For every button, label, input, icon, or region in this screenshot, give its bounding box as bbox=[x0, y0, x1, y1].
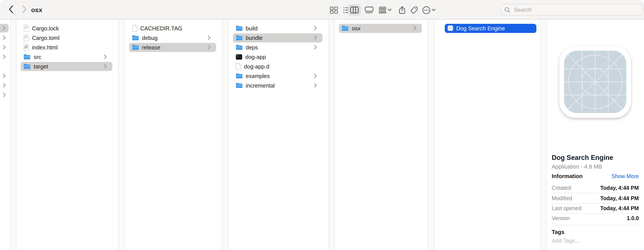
tag-icon bbox=[410, 6, 418, 14]
info-label: Modified bbox=[552, 195, 572, 201]
file-row[interactable]: src bbox=[16, 52, 118, 62]
chevron-right-icon bbox=[208, 35, 216, 40]
finder-window: osx Cargo.lockCargo.tomlindex.htmlsrctar… bbox=[0, 0, 644, 250]
chevron-right-icon bbox=[1, 73, 6, 78]
tag-button[interactable] bbox=[410, 4, 418, 16]
doc-blank-icon bbox=[132, 25, 137, 32]
file-row[interactable]: bundle bbox=[228, 33, 328, 43]
information-heading: Information bbox=[552, 173, 583, 179]
preview-subtitle: Application - 4.8 MB bbox=[552, 163, 602, 170]
file-name: osx bbox=[352, 25, 360, 31]
chevron-right-icon bbox=[314, 83, 323, 88]
column-view-icon bbox=[350, 7, 359, 14]
tags-heading: Tags bbox=[552, 229, 564, 235]
info-row: Version1.0.0 bbox=[552, 214, 639, 223]
folder-icon bbox=[132, 44, 139, 50]
column-divider bbox=[10, 20, 16, 250]
add-tags-field[interactable]: Add Tags... bbox=[552, 237, 580, 244]
parent-row[interactable] bbox=[0, 33, 10, 43]
file-row[interactable]: CACHEDIR.TAG bbox=[125, 23, 222, 33]
file-row[interactable]: examples bbox=[228, 71, 328, 81]
parent-column-strip bbox=[0, 20, 10, 250]
info-label: Created bbox=[552, 185, 571, 191]
file-row[interactable]: incremental bbox=[228, 81, 328, 90]
parent-row[interactable] bbox=[0, 71, 10, 81]
chevron-right-icon bbox=[314, 35, 323, 40]
file-row[interactable]: release bbox=[125, 43, 222, 52]
show-more-link[interactable]: Show More bbox=[612, 173, 639, 179]
divider bbox=[552, 225, 639, 225]
column-divider bbox=[540, 20, 546, 250]
info-value: 1.0.0 bbox=[627, 215, 639, 222]
column-target: CACHEDIR.TAGdebugrelease bbox=[125, 20, 222, 250]
parent-row[interactable] bbox=[0, 52, 10, 62]
column-project-root: Cargo.lockCargo.tomlindex.htmlsrctarget bbox=[16, 20, 118, 250]
chevron-right-icon bbox=[1, 26, 6, 31]
share-icon bbox=[399, 6, 406, 14]
column-browser: Cargo.lockCargo.tomlindex.htmlsrctarget … bbox=[0, 20, 644, 250]
file-name: release bbox=[142, 44, 160, 51]
column-view-button[interactable] bbox=[348, 4, 361, 16]
info-label: Last opened bbox=[552, 205, 582, 211]
file-row[interactable]: index.html bbox=[16, 43, 118, 52]
doc-text-icon bbox=[23, 44, 29, 51]
group-button[interactable] bbox=[378, 4, 392, 16]
file-name: examples bbox=[246, 73, 270, 79]
info-row: ModifiedToday, 4:44 PM bbox=[552, 193, 639, 204]
info-row: Last openedToday, 4:44 PM bbox=[552, 204, 639, 214]
file-row[interactable]: debug bbox=[125, 33, 222, 43]
parent-row[interactable] bbox=[0, 43, 10, 52]
parent-row[interactable] bbox=[0, 81, 10, 90]
search-field[interactable] bbox=[500, 4, 643, 16]
more-icon bbox=[422, 6, 430, 14]
chevron-right-icon bbox=[1, 92, 6, 97]
preview-title: Dog Search Engine bbox=[552, 154, 613, 162]
folder-icon bbox=[235, 73, 243, 79]
exec-icon bbox=[235, 54, 242, 60]
icon-view-button[interactable] bbox=[327, 4, 340, 16]
file-row[interactable]: Cargo.toml bbox=[16, 33, 118, 43]
folder-icon bbox=[342, 25, 349, 31]
file-row[interactable]: dog-app.d bbox=[228, 62, 328, 71]
forward-button[interactable] bbox=[18, 4, 30, 16]
file-name: Dog Search Engine bbox=[456, 25, 505, 31]
file-row[interactable]: osx bbox=[334, 23, 428, 33]
toolbar-separator bbox=[336, 5, 337, 14]
preview-pane: Dog Search Engine Application - 4.8 MB I… bbox=[546, 20, 644, 250]
window-title: osx bbox=[31, 0, 42, 20]
chevron-right-icon bbox=[314, 45, 323, 50]
file-row[interactable]: deps bbox=[228, 43, 328, 52]
chevron-right-icon bbox=[314, 73, 323, 78]
file-row[interactable]: target bbox=[16, 62, 118, 71]
back-button[interactable] bbox=[5, 4, 16, 16]
parent-row[interactable] bbox=[0, 23, 10, 33]
file-name: bundle bbox=[246, 35, 262, 41]
file-name: build bbox=[246, 25, 258, 31]
column-divider bbox=[428, 20, 434, 250]
doc-blank-icon bbox=[235, 63, 241, 70]
information-header: Information Show More bbox=[552, 173, 639, 179]
search-input[interactable] bbox=[513, 6, 639, 14]
share-button[interactable] bbox=[399, 4, 406, 16]
file-name: debug bbox=[142, 35, 158, 41]
parent-row[interactable] bbox=[0, 62, 10, 71]
chevron-right-icon bbox=[104, 54, 113, 59]
group-icon bbox=[378, 6, 386, 14]
parent-row[interactable] bbox=[0, 90, 10, 100]
file-row[interactable]: build bbox=[228, 23, 328, 33]
file-name: CACHEDIR.TAG bbox=[140, 25, 182, 31]
file-name: deps bbox=[246, 44, 258, 51]
file-row[interactable]: dog-app bbox=[228, 52, 328, 62]
chevron-right-icon bbox=[1, 45, 6, 50]
info-value: Today, 4:44 PM bbox=[600, 195, 639, 201]
gallery-view-button[interactable] bbox=[363, 4, 376, 16]
info-table: CreatedToday, 4:44 PMModifiedToday, 4:44… bbox=[552, 183, 639, 223]
column-divider bbox=[118, 20, 125, 250]
chevron-right-icon bbox=[1, 54, 6, 59]
more-button[interactable] bbox=[422, 4, 436, 16]
folder-icon bbox=[235, 35, 243, 41]
file-row[interactable]: Dog Search Engine bbox=[434, 23, 540, 33]
column-osx: Dog Search Engine bbox=[434, 20, 540, 250]
chevron-right-icon bbox=[413, 26, 422, 31]
file-row[interactable]: Cargo.lock bbox=[16, 23, 118, 33]
